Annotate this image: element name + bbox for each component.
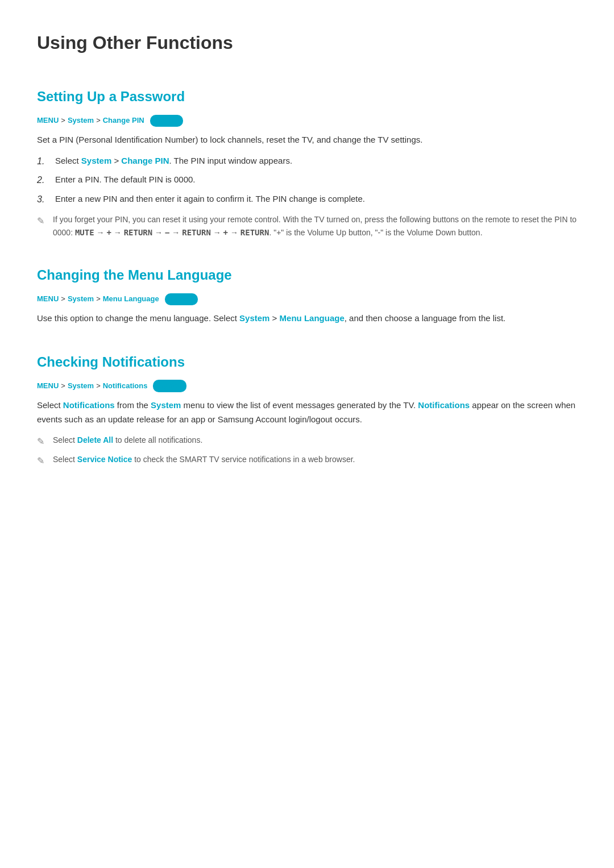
breadcrumb-password: MENU > System > Change PIN Try Now [37, 115, 577, 127]
return1-text: RETURN [124, 228, 153, 237]
notif-desc-p2: from the [115, 400, 151, 410]
pencil-icon-1: ✎ [37, 214, 47, 229]
link-change-pin: Change PIN [121, 156, 169, 165]
breadcrumb-sep4: > [96, 293, 101, 305]
bullet-delete-text: Select Delete All to delete all notifica… [53, 434, 202, 446]
link-system-1: System [81, 156, 111, 165]
breadcrumb-system-lang: System [68, 293, 94, 305]
step-number-3: 3. [37, 192, 48, 207]
bullet-service-before: Select [53, 455, 77, 464]
link-notifications-2: Notifications [418, 400, 470, 410]
notifications-bullets: ✎ Select Delete All to delete all notifi… [37, 434, 577, 468]
step-2-text: Enter a PIN. The default PIN is 0000. [55, 173, 196, 186]
breadcrumb-sep1: > [61, 115, 65, 127]
breadcrumb-sep2: > [96, 115, 101, 127]
language-description: Use this option to change the menu langu… [37, 311, 577, 326]
plus2-text: + [223, 228, 228, 237]
link-system-2: System [239, 313, 269, 323]
breadcrumb-notifications: Notifications [103, 380, 148, 392]
plus1-text: + [106, 228, 111, 237]
link-delete-all: Delete All [77, 435, 113, 445]
password-steps: 1. Select System > Change PIN. The PIN i… [37, 154, 577, 207]
link-menu-language: Menu Language [280, 313, 345, 323]
pencil-icon-2: ✎ [37, 434, 47, 449]
bullet-delete-after: to delete all notifications. [113, 435, 202, 445]
link-notifications-1: Notifications [63, 400, 115, 410]
try-now-badge-password[interactable]: Try Now [150, 115, 184, 127]
breadcrumb-system: System [68, 115, 94, 127]
step-1-text: Select System > Change PIN. The PIN inpu… [55, 154, 292, 168]
lang-desc-before: Use this option to change the menu langu… [37, 313, 239, 323]
password-note: ✎ If you forget your PIN, you can reset … [37, 213, 577, 239]
bullet-service-text: Select Service Notice to check the SMART… [53, 453, 355, 466]
notif-desc-p3: menu to view the list of event messages … [181, 400, 418, 410]
step-2: 2. Enter a PIN. The default PIN is 0000. [37, 173, 577, 188]
link-system-3: System [151, 400, 181, 410]
breadcrumb-notifications: MENU > System > Notifications Try Now [37, 380, 577, 392]
breadcrumb-sep5: > [61, 380, 65, 392]
step-number-1: 1. [37, 154, 48, 169]
breadcrumb-change-pin: Change PIN [103, 115, 144, 127]
bullet-service-notice: ✎ Select Service Notice to check the SMA… [37, 453, 577, 468]
section-title-password: Setting Up a Password [37, 86, 577, 107]
section-title-language: Changing the Menu Language [37, 264, 577, 286]
step-3: 3. Enter a new PIN and then enter it aga… [37, 192, 577, 207]
section-setting-up-password: Setting Up a Password MENU > System > Ch… [37, 86, 577, 239]
step-number-2: 2. [37, 173, 48, 188]
notif-desc-p1: Select [37, 400, 63, 410]
pencil-icon-3: ✎ [37, 454, 47, 468]
breadcrumb-language: MENU > System > Menu Language Try Now [37, 293, 577, 306]
lang-desc-after: , and then choose a language from the li… [345, 313, 506, 323]
step-3-text: Enter a new PIN and then enter it again … [55, 192, 365, 206]
bullet-service-after: to check the SMART TV service notificati… [132, 455, 355, 464]
breadcrumb-system-notif: System [68, 380, 94, 392]
minus-text: − [165, 228, 169, 237]
breadcrumb-menu-notif: MENU [37, 380, 59, 392]
bullet-delete-before: Select [53, 435, 77, 445]
breadcrumb-menu: MENU [37, 115, 59, 127]
section-title-notifications: Checking Notifications [37, 351, 577, 373]
lang-desc-sep: > [269, 313, 279, 323]
step-1: 1. Select System > Change PIN. The PIN i… [37, 154, 577, 169]
section-notifications: Checking Notifications MENU > System > N… [37, 351, 577, 468]
breadcrumb-menu-language: Menu Language [103, 293, 159, 305]
link-service-notice: Service Notice [77, 455, 132, 464]
password-note-text: If you forget your PIN, you can reset it… [53, 213, 577, 239]
page-title: Using Other Functions [37, 28, 577, 63]
notifications-description: Select Notifications from the System men… [37, 398, 577, 427]
bullet-delete-all: ✎ Select Delete All to delete all notifi… [37, 434, 577, 449]
return2-text: RETURN [182, 228, 211, 237]
mute-text: MUTE [75, 228, 94, 237]
breadcrumb-menu-lang: MENU [37, 293, 59, 305]
breadcrumb-sep6: > [96, 380, 101, 392]
try-now-badge-notifications[interactable]: Try Now [153, 380, 186, 392]
section-menu-language: Changing the Menu Language MENU > System… [37, 264, 577, 325]
password-description: Set a PIN (Personal Identification Numbe… [37, 132, 577, 147]
return3-text: RETURN [240, 228, 269, 237]
try-now-badge-language[interactable]: Try Now [165, 293, 198, 306]
breadcrumb-sep3: > [61, 293, 65, 305]
